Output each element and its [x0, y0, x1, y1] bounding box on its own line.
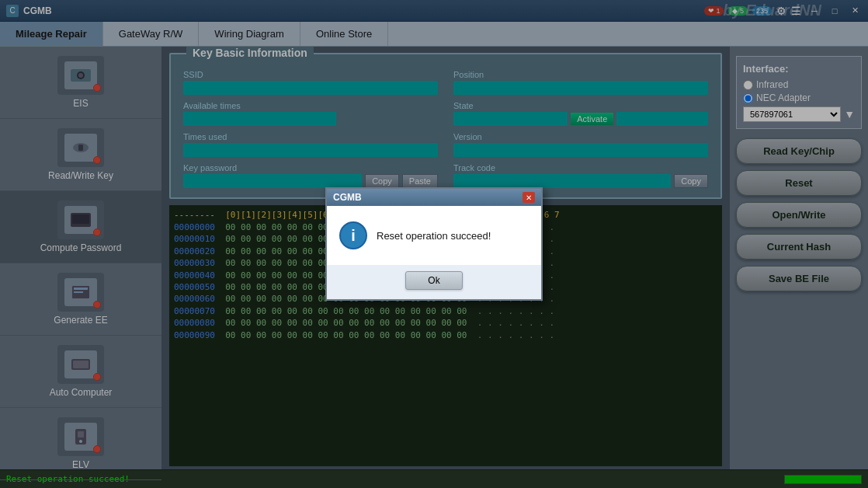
- modal-ok-button[interactable]: Ok: [405, 271, 462, 290]
- modal-message: Reset operation succeed!: [377, 230, 491, 242]
- modal-footer: Ok: [327, 265, 541, 299]
- modal-overlay: CGMB ✕ i Reset operation succeed! Ok: [0, 0, 868, 488]
- modal-close-button[interactable]: ✕: [523, 192, 535, 203]
- modal-title: CGMB: [333, 192, 362, 203]
- modal-body: i Reset operation succeed!: [327, 206, 541, 265]
- modal-title-bar: CGMB ✕: [327, 189, 541, 206]
- modal-info-icon: i: [339, 221, 367, 249]
- modal-dialog: CGMB ✕ i Reset operation succeed! Ok: [325, 187, 543, 301]
